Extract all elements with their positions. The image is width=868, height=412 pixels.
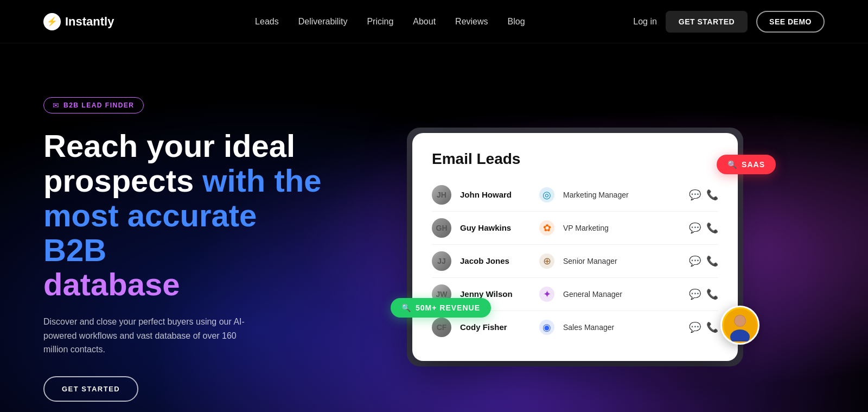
- lead-actions: 💬 📞: [689, 222, 718, 234]
- lead-name: Cody Fisher: [460, 322, 531, 332]
- card-outer: Email Leads JH John Howard ◎ Marketing M…: [407, 128, 743, 366]
- lead-role: Marketing Manager: [563, 191, 680, 199]
- chat-icon[interactable]: 💬: [689, 222, 701, 234]
- lead-avatar: JJ: [432, 251, 451, 271]
- lead-row: JH John Howard ◎ Marketing Manager 💬 📞: [432, 179, 718, 212]
- main-content: ✉ B2B LEAD FINDER Reach your idealprospe…: [0, 43, 868, 412]
- lead-row: JJ Jacob Jones ⊕ Senior Manager 💬 📞: [432, 245, 718, 278]
- phone-icon[interactable]: 📞: [706, 288, 718, 300]
- search-icon-revenue: 🔍: [401, 303, 411, 312]
- phone-icon[interactable]: 📞: [706, 222, 718, 234]
- company-icon: ✿: [539, 220, 554, 236]
- lead-name: John Howard: [460, 190, 531, 199]
- lead-name: Guy Hawkins: [460, 223, 531, 232]
- search-icon-saas: 🔍: [727, 160, 737, 169]
- logo[interactable]: ⚡ Instantly: [43, 13, 114, 30]
- card-area: Email Leads JH John Howard ◎ Marketing M…: [326, 122, 825, 366]
- card-title: Email Leads: [432, 150, 718, 168]
- lead-actions: 💬 📞: [689, 255, 718, 267]
- svg-point-3: [735, 315, 745, 326]
- company-icon: ✦: [539, 287, 554, 302]
- revenue-badge-label: 50M+ REVENUE: [416, 303, 480, 312]
- see-demo-button[interactable]: SEE DEMO: [756, 11, 825, 33]
- lead-role: General Manager: [563, 290, 680, 299]
- chat-icon[interactable]: 💬: [689, 255, 701, 267]
- hero-section: ✉ B2B LEAD FINDER Reach your idealprospe…: [43, 86, 326, 402]
- logo-text: Instantly: [65, 15, 114, 29]
- email-leads-card: Email Leads JH John Howard ◎ Marketing M…: [412, 133, 738, 361]
- saas-badge: 🔍 SAAS: [717, 155, 776, 174]
- lead-role: VP Marketing: [563, 224, 680, 232]
- login-link[interactable]: Log in: [633, 17, 657, 27]
- hero-heading: Reach your idealprospects with themost a…: [43, 129, 326, 302]
- lead-avatar: CF: [432, 318, 451, 337]
- chat-icon[interactable]: 💬: [689, 288, 701, 300]
- chat-icon[interactable]: 💬: [689, 321, 701, 333]
- nav-link-leads[interactable]: Leads: [255, 17, 279, 27]
- lead-actions: 💬 📞: [689, 189, 718, 201]
- phone-icon[interactable]: 📞: [706, 255, 718, 267]
- lead-role: Sales Manager: [563, 323, 680, 332]
- lead-avatar: GH: [432, 218, 451, 238]
- lead-name: Jenny Wilson: [460, 289, 531, 299]
- get-started-hero-button[interactable]: GET STARTED: [43, 376, 138, 402]
- floating-avatar: [720, 306, 760, 345]
- phone-icon[interactable]: 📞: [706, 189, 718, 201]
- chat-icon[interactable]: 💬: [689, 189, 701, 201]
- logo-icon: ⚡: [43, 13, 61, 30]
- nav-links: Leads Deliverability Pricing About Revie…: [146, 17, 633, 27]
- nav-link-pricing[interactable]: Pricing: [367, 17, 393, 27]
- company-icon: ◎: [539, 187, 554, 202]
- lead-avatar: JH: [432, 185, 451, 205]
- lead-name: Jacob Jones: [460, 256, 531, 265]
- saas-badge-label: SAAS: [742, 160, 765, 169]
- nav-link-about[interactable]: About: [413, 17, 436, 27]
- b2b-badge: ✉ B2B LEAD FINDER: [43, 97, 144, 113]
- badge-label: B2B LEAD FINDER: [63, 102, 135, 109]
- hero-subtext: Discover and close your perfect buyers u…: [43, 315, 260, 357]
- lead-actions: 💬 📞: [689, 288, 718, 300]
- navigation: ⚡ Instantly Leads Deliverability Pricing…: [0, 0, 868, 43]
- phone-icon[interactable]: 📞: [706, 321, 718, 333]
- lead-row: GH Guy Hawkins ✿ VP Marketing 💬 📞: [432, 212, 718, 245]
- lead-actions: 💬 📞: [689, 321, 718, 333]
- lead-role: Senior Manager: [563, 257, 680, 265]
- revenue-badge: 🔍 50M+ REVENUE: [391, 298, 491, 318]
- nav-link-reviews[interactable]: Reviews: [455, 17, 488, 27]
- company-icon: ⊕: [539, 253, 554, 269]
- get-started-nav-button[interactable]: GET STARTED: [666, 11, 748, 33]
- leads-table: JH John Howard ◎ Marketing Manager 💬 📞 G…: [432, 179, 718, 344]
- heading-colored-purple: database: [43, 267, 180, 302]
- company-icon: ◉: [539, 320, 554, 335]
- avatar-illustration: [724, 309, 756, 341]
- nav-link-blog[interactable]: Blog: [508, 17, 525, 27]
- nav-actions: Log in GET STARTED SEE DEMO: [633, 11, 825, 33]
- badge-icon: ✉: [53, 101, 59, 110]
- nav-link-deliverability[interactable]: Deliverability: [298, 17, 348, 27]
